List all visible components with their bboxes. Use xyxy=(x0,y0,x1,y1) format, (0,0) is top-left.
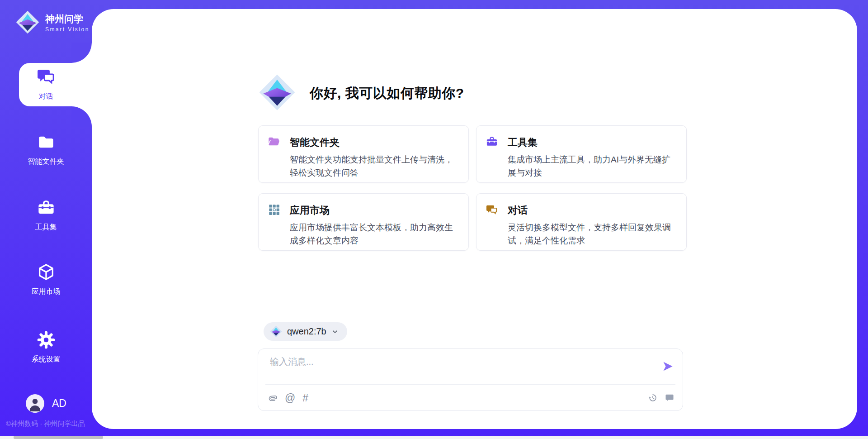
copyright-footer: ©神州数码 · 神州问学出品 xyxy=(6,420,85,428)
feedback-icon[interactable] xyxy=(665,393,675,403)
message-input[interactable] xyxy=(269,355,651,383)
send-icon[interactable] xyxy=(662,360,674,372)
diamond-logo-icon xyxy=(15,10,40,36)
model-selector[interactable]: qwen2:7b xyxy=(264,322,347,341)
chat-icon xyxy=(486,203,498,218)
sidebar-item-settings[interactable]: 系统设置 xyxy=(0,330,92,364)
chat-icon xyxy=(36,67,56,88)
card-title: 工具集 xyxy=(508,136,538,149)
diamond-logo-icon xyxy=(258,73,296,113)
card-title: 应用市场 xyxy=(290,204,330,217)
topic-icon[interactable]: # xyxy=(302,393,308,403)
diamond-logo-icon xyxy=(270,325,282,338)
user-avatar-icon xyxy=(26,394,44,413)
folder-icon xyxy=(37,133,56,153)
message-composer: @ # xyxy=(258,348,683,411)
tab-curve-top xyxy=(71,43,92,63)
sidebar-item-toolset[interactable]: 工具集 xyxy=(0,198,92,232)
sidebar-item-label: 系统设置 xyxy=(32,355,61,364)
main-content: 你好, 我可以如何帮助你? 智能文件夹 智能文件夹功能支持批量文件上传与清洗，轻… xyxy=(92,9,857,429)
grid-icon xyxy=(268,203,280,218)
card-title: 智能文件夹 xyxy=(290,136,340,149)
user-account[interactable]: AD xyxy=(26,394,66,413)
sidebar-item-chat[interactable]: 对话 xyxy=(0,67,92,101)
brand-name: 神州问学 xyxy=(45,14,90,24)
brand-subtitle: Smart Vision xyxy=(45,26,90,33)
chevron-down-icon xyxy=(331,328,339,335)
card-description: 智能文件夹功能支持批量文件上传与清洗，轻松实现文件问答 xyxy=(290,153,457,179)
card-smart-folder[interactable]: 智能文件夹 智能文件夹功能支持批量文件上传与清洗，轻松实现文件问答 xyxy=(258,125,469,183)
card-description: 集成市场上主流工具，助力AI与外界无缝扩展与对接 xyxy=(508,153,675,179)
folder-open-icon xyxy=(268,135,280,150)
brand-logo: 神州问学 Smart Vision xyxy=(15,10,90,36)
model-name: qwen2:7b xyxy=(287,326,326,337)
tab-curve-bottom xyxy=(71,106,92,127)
card-app-market[interactable]: 应用市场 应用市场提供丰富长文本模板，助力高效生成多样化文章内容 xyxy=(258,193,469,251)
greeting-title: 你好, 我可以如何帮助你? xyxy=(310,84,464,103)
sidebar-item-label: 应用市场 xyxy=(32,287,61,296)
greeting-block: 你好, 我可以如何帮助你? xyxy=(258,74,464,113)
gear-icon xyxy=(37,330,56,351)
card-toolset[interactable]: 工具集 集成市场上主流工具，助力AI与外界无缝扩展与对接 xyxy=(476,125,687,183)
card-chat[interactable]: 对话 灵活切换多模型文件，支持多样回复效果调试，满足个性化需求 xyxy=(476,193,687,251)
sidebar-item-label: 工具集 xyxy=(35,223,57,232)
composer-divider xyxy=(265,384,675,385)
mention-icon[interactable]: @ xyxy=(285,393,295,403)
sidebar-item-smart-folder[interactable]: 智能文件夹 xyxy=(0,133,92,167)
sidebar-item-app-market[interactable]: 应用市场 xyxy=(0,262,92,296)
scrollbar-thumb[interactable] xyxy=(14,436,103,439)
toolbox-icon xyxy=(486,135,498,150)
card-description: 应用市场提供丰富长文本模板，助力高效生成多样化文章内容 xyxy=(290,221,457,247)
history-icon[interactable] xyxy=(648,393,658,403)
feature-cards: 智能文件夹 智能文件夹功能支持批量文件上传与清洗，轻松实现文件问答 工具集 集成… xyxy=(258,125,687,251)
sidebar-item-label: 智能文件夹 xyxy=(28,157,64,167)
cube-icon xyxy=(37,262,56,283)
sidebar: 神州问学 Smart Vision 对话 智能文件夹 xyxy=(0,0,92,439)
card-description: 灵活切换多模型文件，支持多样回复效果调试，满足个性化需求 xyxy=(508,221,675,247)
sidebar-item-label: 对话 xyxy=(39,92,53,101)
attachment-icon[interactable] xyxy=(268,393,278,403)
horizontal-scrollbar[interactable] xyxy=(0,436,868,439)
card-title: 对话 xyxy=(508,204,528,217)
user-name: AD xyxy=(52,397,66,410)
toolbox-icon xyxy=(37,198,56,219)
